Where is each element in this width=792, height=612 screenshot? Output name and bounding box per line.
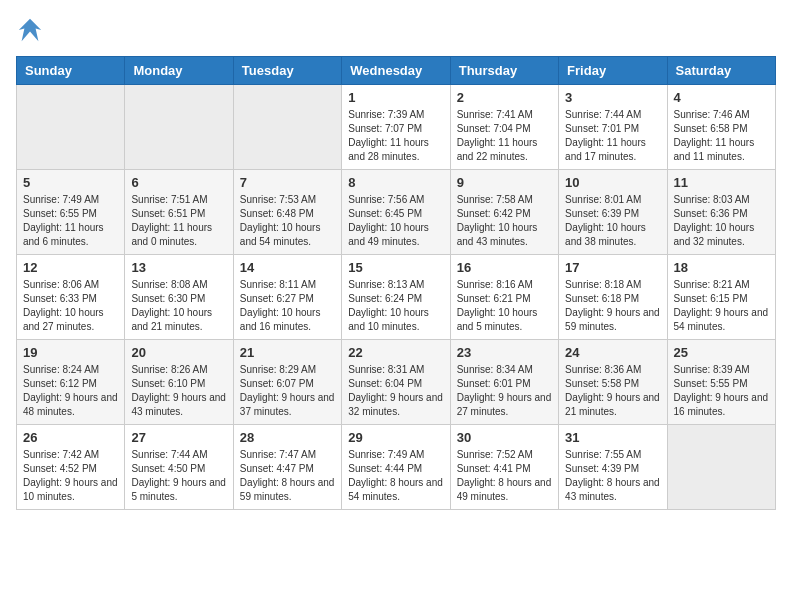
col-header-sunday: Sunday (17, 57, 125, 85)
day-number: 29 (348, 430, 443, 445)
calendar-cell: 2Sunrise: 7:41 AM Sunset: 7:04 PM Daylig… (450, 85, 558, 170)
logo-bird-icon (16, 16, 44, 44)
col-header-friday: Friday (559, 57, 667, 85)
day-number: 26 (23, 430, 118, 445)
page-header (16, 16, 776, 44)
day-number: 19 (23, 345, 118, 360)
day-number: 18 (674, 260, 769, 275)
calendar-week-3: 12Sunrise: 8:06 AM Sunset: 6:33 PM Dayli… (17, 255, 776, 340)
col-header-thursday: Thursday (450, 57, 558, 85)
day-info: Sunrise: 7:42 AM Sunset: 4:52 PM Dayligh… (23, 448, 118, 504)
calendar-cell: 23Sunrise: 8:34 AM Sunset: 6:01 PM Dayli… (450, 340, 558, 425)
calendar-cell: 26Sunrise: 7:42 AM Sunset: 4:52 PM Dayli… (17, 425, 125, 510)
day-info: Sunrise: 8:11 AM Sunset: 6:27 PM Dayligh… (240, 278, 335, 334)
calendar-cell: 17Sunrise: 8:18 AM Sunset: 6:18 PM Dayli… (559, 255, 667, 340)
svg-marker-0 (19, 19, 41, 41)
calendar-cell: 12Sunrise: 8:06 AM Sunset: 6:33 PM Dayli… (17, 255, 125, 340)
calendar-week-5: 26Sunrise: 7:42 AM Sunset: 4:52 PM Dayli… (17, 425, 776, 510)
day-number: 22 (348, 345, 443, 360)
day-number: 13 (131, 260, 226, 275)
day-number: 9 (457, 175, 552, 190)
day-info: Sunrise: 8:18 AM Sunset: 6:18 PM Dayligh… (565, 278, 660, 334)
calendar-cell: 7Sunrise: 7:53 AM Sunset: 6:48 PM Daylig… (233, 170, 341, 255)
day-number: 23 (457, 345, 552, 360)
day-info: Sunrise: 7:49 AM Sunset: 4:44 PM Dayligh… (348, 448, 443, 504)
day-info: Sunrise: 7:53 AM Sunset: 6:48 PM Dayligh… (240, 193, 335, 249)
day-info: Sunrise: 7:56 AM Sunset: 6:45 PM Dayligh… (348, 193, 443, 249)
calendar-cell: 31Sunrise: 7:55 AM Sunset: 4:39 PM Dayli… (559, 425, 667, 510)
col-header-tuesday: Tuesday (233, 57, 341, 85)
calendar-cell: 15Sunrise: 8:13 AM Sunset: 6:24 PM Dayli… (342, 255, 450, 340)
calendar-cell: 10Sunrise: 8:01 AM Sunset: 6:39 PM Dayli… (559, 170, 667, 255)
day-number: 10 (565, 175, 660, 190)
day-number: 28 (240, 430, 335, 445)
col-header-wednesday: Wednesday (342, 57, 450, 85)
day-number: 6 (131, 175, 226, 190)
calendar-table: SundayMondayTuesdayWednesdayThursdayFrid… (16, 56, 776, 510)
calendar-week-2: 5Sunrise: 7:49 AM Sunset: 6:55 PM Daylig… (17, 170, 776, 255)
calendar-cell: 8Sunrise: 7:56 AM Sunset: 6:45 PM Daylig… (342, 170, 450, 255)
day-info: Sunrise: 8:03 AM Sunset: 6:36 PM Dayligh… (674, 193, 769, 249)
calendar-cell: 3Sunrise: 7:44 AM Sunset: 7:01 PM Daylig… (559, 85, 667, 170)
col-header-saturday: Saturday (667, 57, 775, 85)
day-info: Sunrise: 7:47 AM Sunset: 4:47 PM Dayligh… (240, 448, 335, 504)
calendar-cell: 14Sunrise: 8:11 AM Sunset: 6:27 PM Dayli… (233, 255, 341, 340)
calendar-cell: 11Sunrise: 8:03 AM Sunset: 6:36 PM Dayli… (667, 170, 775, 255)
day-info: Sunrise: 7:51 AM Sunset: 6:51 PM Dayligh… (131, 193, 226, 249)
day-number: 27 (131, 430, 226, 445)
calendar-cell: 20Sunrise: 8:26 AM Sunset: 6:10 PM Dayli… (125, 340, 233, 425)
col-header-monday: Monday (125, 57, 233, 85)
calendar-cell: 1Sunrise: 7:39 AM Sunset: 7:07 PM Daylig… (342, 85, 450, 170)
calendar-cell: 27Sunrise: 7:44 AM Sunset: 4:50 PM Dayli… (125, 425, 233, 510)
day-number: 7 (240, 175, 335, 190)
day-info: Sunrise: 8:26 AM Sunset: 6:10 PM Dayligh… (131, 363, 226, 419)
calendar-cell: 25Sunrise: 8:39 AM Sunset: 5:55 PM Dayli… (667, 340, 775, 425)
calendar-cell: 28Sunrise: 7:47 AM Sunset: 4:47 PM Dayli… (233, 425, 341, 510)
calendar-cell (17, 85, 125, 170)
day-number: 11 (674, 175, 769, 190)
day-info: Sunrise: 7:46 AM Sunset: 6:58 PM Dayligh… (674, 108, 769, 164)
day-number: 15 (348, 260, 443, 275)
calendar-cell: 24Sunrise: 8:36 AM Sunset: 5:58 PM Dayli… (559, 340, 667, 425)
calendar-cell: 21Sunrise: 8:29 AM Sunset: 6:07 PM Dayli… (233, 340, 341, 425)
calendar-cell: 30Sunrise: 7:52 AM Sunset: 4:41 PM Dayli… (450, 425, 558, 510)
day-info: Sunrise: 8:13 AM Sunset: 6:24 PM Dayligh… (348, 278, 443, 334)
day-number: 5 (23, 175, 118, 190)
day-info: Sunrise: 8:16 AM Sunset: 6:21 PM Dayligh… (457, 278, 552, 334)
calendar-cell (233, 85, 341, 170)
calendar-cell: 22Sunrise: 8:31 AM Sunset: 6:04 PM Dayli… (342, 340, 450, 425)
day-info: Sunrise: 7:44 AM Sunset: 4:50 PM Dayligh… (131, 448, 226, 504)
day-info: Sunrise: 7:58 AM Sunset: 6:42 PM Dayligh… (457, 193, 552, 249)
day-info: Sunrise: 8:34 AM Sunset: 6:01 PM Dayligh… (457, 363, 552, 419)
day-info: Sunrise: 8:01 AM Sunset: 6:39 PM Dayligh… (565, 193, 660, 249)
day-number: 14 (240, 260, 335, 275)
day-number: 4 (674, 90, 769, 105)
day-number: 2 (457, 90, 552, 105)
day-number: 20 (131, 345, 226, 360)
calendar-cell: 29Sunrise: 7:49 AM Sunset: 4:44 PM Dayli… (342, 425, 450, 510)
calendar-week-1: 1Sunrise: 7:39 AM Sunset: 7:07 PM Daylig… (17, 85, 776, 170)
day-number: 16 (457, 260, 552, 275)
calendar-cell: 18Sunrise: 8:21 AM Sunset: 6:15 PM Dayli… (667, 255, 775, 340)
calendar-header: SundayMondayTuesdayWednesdayThursdayFrid… (17, 57, 776, 85)
calendar-cell: 16Sunrise: 8:16 AM Sunset: 6:21 PM Dayli… (450, 255, 558, 340)
logo (16, 16, 48, 44)
calendar-cell: 9Sunrise: 7:58 AM Sunset: 6:42 PM Daylig… (450, 170, 558, 255)
day-info: Sunrise: 8:08 AM Sunset: 6:30 PM Dayligh… (131, 278, 226, 334)
day-number: 12 (23, 260, 118, 275)
calendar-cell: 4Sunrise: 7:46 AM Sunset: 6:58 PM Daylig… (667, 85, 775, 170)
day-info: Sunrise: 7:55 AM Sunset: 4:39 PM Dayligh… (565, 448, 660, 504)
calendar-cell (667, 425, 775, 510)
day-number: 3 (565, 90, 660, 105)
day-info: Sunrise: 8:31 AM Sunset: 6:04 PM Dayligh… (348, 363, 443, 419)
day-number: 17 (565, 260, 660, 275)
day-info: Sunrise: 8:06 AM Sunset: 6:33 PM Dayligh… (23, 278, 118, 334)
day-info: Sunrise: 8:36 AM Sunset: 5:58 PM Dayligh… (565, 363, 660, 419)
day-number: 30 (457, 430, 552, 445)
day-info: Sunrise: 7:39 AM Sunset: 7:07 PM Dayligh… (348, 108, 443, 164)
calendar-cell: 6Sunrise: 7:51 AM Sunset: 6:51 PM Daylig… (125, 170, 233, 255)
day-number: 8 (348, 175, 443, 190)
day-number: 21 (240, 345, 335, 360)
calendar-week-4: 19Sunrise: 8:24 AM Sunset: 6:12 PM Dayli… (17, 340, 776, 425)
day-info: Sunrise: 8:21 AM Sunset: 6:15 PM Dayligh… (674, 278, 769, 334)
